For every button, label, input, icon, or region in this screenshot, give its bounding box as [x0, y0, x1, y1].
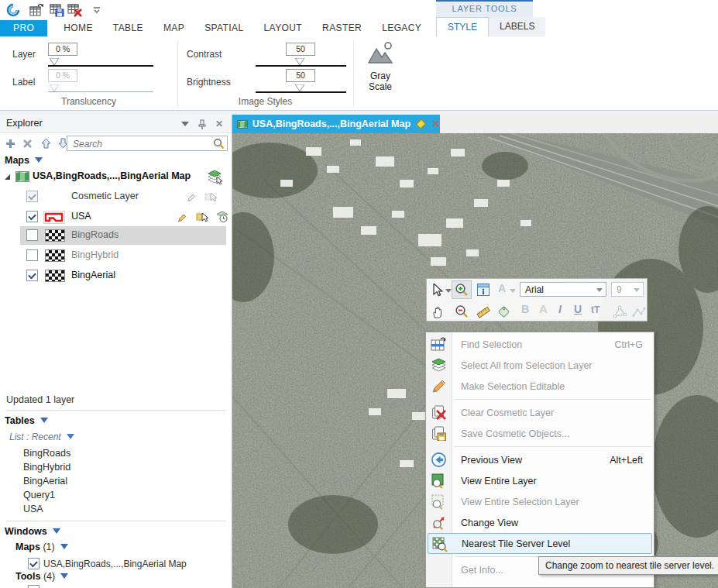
table-item-query1[interactable]: Query1 — [23, 490, 55, 500]
layer-translucency-slider-thumb[interactable] — [49, 55, 60, 69]
menu-item-make-selection-editable[interactable]: Make Selection Editable — [426, 376, 654, 397]
ruler-tool-button[interactable] — [475, 303, 492, 320]
layer-visibility-checkbox[interactable] — [26, 249, 38, 261]
table-item-bingaerial[interactable]: BingAerial — [23, 476, 67, 487]
map-name[interactable]: USA,BingRoads,...,BingAerial Map — [33, 170, 191, 181]
brightness-slider[interactable] — [256, 91, 346, 93]
gray-scale-button[interactable]: Gray Scale — [358, 40, 403, 108]
menu-item-previous-view[interactable]: Previous View Alt+Left — [426, 449, 654, 470]
menu-item-clear-cosmetic-layer[interactable]: Clear Cosmetic Layer — [426, 402, 654, 423]
table-item-binghybrid[interactable]: BingHybrid — [23, 462, 70, 473]
contrast-slider-thumb[interactable] — [294, 55, 305, 69]
table-item-bingroads[interactable]: BingRoads — [23, 448, 70, 459]
tab-raster[interactable]: RASTER — [312, 20, 372, 36]
tab-spatial[interactable]: SPATIAL — [194, 20, 253, 36]
chevron-down-icon — [40, 418, 48, 423]
tab-home[interactable]: HOME — [53, 20, 103, 36]
tables-section-header[interactable]: Tables — [5, 415, 48, 426]
chevron-down-icon — [67, 434, 74, 439]
tables-list-filter[interactable]: List : Recent — [9, 432, 74, 442]
add-icon[interactable] — [3, 137, 17, 150]
layer-name[interactable]: USA — [71, 211, 91, 222]
tab-labels[interactable]: LABELS — [489, 17, 545, 36]
layer-name[interactable]: BingHybrid — [71, 249, 119, 260]
layer-name[interactable]: Cosmetic Layer — [71, 191, 139, 201]
menu-item-find-selection[interactable]: Find Selection Ctrl+G — [426, 334, 654, 355]
menu-item-save-cosmetic-objects[interactable]: Save Cosmetic Objects... — [426, 423, 654, 444]
menu-item-nearest-tile-server-level[interactable]: Nearest Tile Server Level — [428, 533, 652, 554]
move-up-icon[interactable] — [39, 137, 53, 150]
tab-map[interactable]: MAP — [153, 20, 194, 36]
chevron-down-icon — [634, 288, 640, 292]
window-map-name[interactable]: USA,BingRoads,...,BingAerial Map — [43, 559, 187, 569]
layer-translucency-label: Layer — [12, 49, 36, 60]
layer-translucency-slider[interactable] — [48, 65, 153, 67]
layer-visibility-checkbox[interactable] — [26, 211, 38, 222]
menu-item-view-entire-selection-layer[interactable]: View Entire Selection Layer — [426, 491, 654, 512]
brightness-value[interactable]: 50 — [286, 69, 315, 82]
zoom-out-tool-button[interactable] — [452, 303, 472, 320]
menu-item-change-view[interactable]: Change View — [426, 512, 654, 533]
editable-pencil-icon[interactable] — [177, 211, 189, 223]
layer-row-bingaerial[interactable]: BingAerial — [0, 266, 231, 285]
select-tool-button[interactable] — [430, 281, 445, 298]
contrast-slider[interactable] — [256, 65, 346, 67]
layer-visibility-checkbox[interactable] — [26, 191, 38, 202]
raster-style-icon[interactable] — [45, 229, 65, 242]
info-tool-button[interactable] — [475, 281, 492, 298]
open-table-button[interactable] — [28, 2, 45, 18]
layer-translucency-value[interactable]: 0 % — [48, 43, 77, 56]
selectable-cursor-icon[interactable] — [204, 191, 218, 203]
zoom-range-clock-icon[interactable] — [216, 211, 229, 223]
raster-style-icon[interactable] — [45, 249, 65, 262]
menu-item-select-all-from-selection-layer[interactable]: Select All from Selection Layer — [426, 355, 654, 376]
windows-section-header[interactable]: Windows — [5, 526, 60, 537]
customize-quick-access-button[interactable] — [88, 2, 105, 18]
pin-icon[interactable] — [196, 119, 208, 129]
floating-toggle-icon[interactable] — [416, 119, 426, 129]
layer-name[interactable]: BingRoads — [71, 229, 119, 240]
layer-visibility-checkbox[interactable] — [26, 270, 38, 281]
layer-row-bingroads[interactable]: BingRoads — [0, 226, 231, 245]
pan-tool-button[interactable] — [430, 303, 445, 320]
selectable-cursor-icon[interactable] — [196, 211, 210, 223]
tab-table[interactable]: TABLE — [103, 20, 153, 36]
close-table-button[interactable] — [67, 2, 84, 18]
tab-pro[interactable]: PRO — [0, 20, 47, 36]
windows-maps-header[interactable]: Maps (1) — [15, 542, 68, 552]
close-tab-icon[interactable]: ✕ — [432, 119, 440, 129]
region-style-icon[interactable] — [43, 211, 65, 224]
tab-style[interactable]: STYLE — [436, 17, 489, 36]
editable-pencil-icon[interactable] — [186, 191, 198, 203]
contrast-value[interactable]: 50 — [286, 43, 315, 56]
close-panel-icon[interactable]: ✕ — [213, 119, 225, 129]
map-window-tab[interactable]: USA,BingRoads,...,BingAerial Map ✕ — [232, 115, 440, 133]
tab-layout[interactable]: LAYOUT — [254, 20, 313, 36]
map-tree-root[interactable]: USA,BingRoads,...,BingAerial Map — [0, 167, 231, 186]
brightness-slider-thumb[interactable] — [294, 81, 305, 95]
layer-name[interactable]: BingAerial — [71, 270, 115, 280]
raster-style-icon[interactable] — [45, 270, 65, 282]
tool-checkbox-partial[interactable] — [28, 585, 40, 588]
layer-visibility-checkbox[interactable] — [26, 229, 38, 241]
layer-row-usa[interactable]: USA — [0, 208, 231, 226]
layer-row-binghybrid[interactable]: BingHybrid — [0, 246, 231, 265]
search-input[interactable] — [71, 137, 210, 151]
window-visibility-checkbox[interactable] — [28, 558, 40, 569]
panel-menu-icon[interactable] — [179, 119, 191, 129]
tree-expand-icon[interactable] — [5, 174, 10, 180]
label-tool-button[interactable] — [495, 303, 512, 320]
font-name-combo[interactable]: Arial — [520, 282, 606, 297]
save-table-button[interactable] — [48, 2, 65, 18]
remove-icon[interactable] — [20, 137, 34, 150]
zoom-in-tool-button[interactable] — [452, 280, 472, 299]
table-item-usa[interactable]: USA — [23, 504, 43, 514]
label-translucency-slider-thumb — [49, 81, 60, 95]
windows-tools-header[interactable]: Tools (4) — [15, 571, 68, 582]
tab-legacy[interactable]: LEGACY — [372, 20, 431, 36]
search-icon[interactable] — [213, 138, 225, 153]
maps-section-header[interactable]: Maps — [5, 155, 43, 166]
layer-row-cosmetic[interactable]: Cosmetic Layer — [0, 187, 231, 206]
menu-item-view-entire-layer[interactable]: View Entire Layer — [426, 470, 654, 491]
layer-control-icon[interactable] — [208, 170, 223, 183]
